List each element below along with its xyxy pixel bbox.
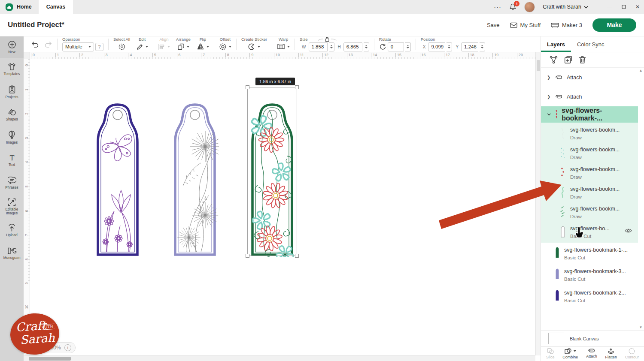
bookmark-design-lavender[interactable]: [171, 87, 219, 257]
sidebar-item-new[interactable]: New: [0, 36, 24, 58]
select-all-button[interactable]: Select All: [110, 37, 133, 51]
operation-help-button[interactable]: ?: [95, 43, 103, 51]
create-sticker-button[interactable]: Create Sticker: [238, 37, 270, 51]
notifications-bell-icon[interactable]: 1: [509, 3, 516, 11]
sidebar-item-upload[interactable]: Upload: [0, 219, 24, 242]
ruler-number: 14: [371, 53, 377, 59]
scrollbar-thumb[interactable]: [537, 60, 540, 71]
blank-canvas-row[interactable]: Blank Canvas: [541, 330, 644, 346]
canvas-color-swatch[interactable]: [548, 333, 564, 344]
sidebar-item-phrases[interactable]: Phrases: [0, 171, 24, 194]
layer-row[interactable]: svg-flowers-bookmark-1-...Basic Cut: [541, 243, 644, 264]
combine-button[interactable]: Combine: [562, 348, 578, 359]
save-button[interactable]: Save: [487, 22, 500, 28]
flatten-button[interactable]: Flatten: [605, 348, 617, 359]
sidebar-item-templates[interactable]: Templates: [0, 58, 24, 81]
tab-canvas[interactable]: Canvas: [39, 0, 73, 14]
tab-color-sync[interactable]: Color Sync: [571, 36, 611, 52]
chevron-down-icon: [88, 46, 91, 48]
layer-group-attach-2[interactable]: ❯ Attach: [541, 87, 644, 106]
layer-thumbnail-lavender-bookmark: [555, 267, 560, 280]
layer-name: svg-flowers-bookm...: [570, 186, 620, 192]
account-name: Craft with Sarah: [543, 4, 581, 10]
x-stepper[interactable]: [447, 42, 452, 51]
minimize-button[interactable]: —: [607, 4, 612, 10]
scroll-up-arrow[interactable]: ▲: [639, 69, 643, 72]
ruler-number: 20: [517, 53, 523, 59]
design-canvas[interactable]: 01234567891011121314151617181920 0123456…: [24, 52, 535, 361]
width-input[interactable]: 1.858: [309, 42, 328, 51]
tab-home[interactable]: Home: [0, 0, 39, 14]
width-stepper[interactable]: [329, 42, 334, 51]
make-button[interactable]: Make: [592, 18, 636, 32]
sidebar-item-text[interactable]: T Text: [0, 149, 24, 171]
layer-name: Attach: [567, 75, 582, 81]
height-stepper[interactable]: [364, 42, 369, 51]
sidebar-item-projects[interactable]: Projects: [0, 81, 24, 103]
attach-button[interactable]: Attach: [586, 348, 597, 358]
close-button[interactable]: ✕: [635, 4, 640, 10]
overflow-menu-icon[interactable]: ...: [494, 3, 502, 10]
maximize-button[interactable]: [622, 5, 626, 9]
account-menu[interactable]: Craft with Sarah: [543, 4, 588, 10]
bookmark-design-green-selected[interactable]: [248, 87, 296, 257]
my-stuff-button[interactable]: My Stuff: [510, 22, 541, 28]
sidebar-item-monogram[interactable]: Monogram: [0, 242, 24, 265]
horizontal-scrollbar[interactable]: [24, 355, 535, 361]
flip-button[interactable]: Flip: [194, 37, 212, 51]
visibility-eye-icon[interactable]: [625, 228, 632, 233]
redo-button[interactable]: [42, 37, 55, 51]
sidebar-item-images[interactable]: Images: [0, 126, 24, 149]
group-icon[interactable]: [550, 56, 558, 64]
chevron-right-icon[interactable]: ❯: [547, 75, 551, 80]
edit-button[interactable]: Edit: [133, 37, 151, 51]
sidebar-item-shapes[interactable]: Shapes: [0, 103, 24, 126]
machine-selector[interactable]: Maker 3: [551, 22, 582, 28]
layer-row[interactable]: svg-flowers-bookmark-3...Basic Cut: [541, 264, 644, 286]
rotate-input[interactable]: 0: [388, 42, 404, 51]
layer-row[interactable]: svg-flowers-bookmark-2...Basic Cut: [541, 286, 644, 307]
tab-layers[interactable]: Layers: [541, 36, 571, 52]
undo-button[interactable]: [28, 37, 42, 51]
slice-button[interactable]: Slice: [546, 348, 555, 359]
account-avatar[interactable]: [524, 2, 535, 12]
sidebar-label: Projects: [6, 95, 18, 99]
arrange-button[interactable]: Arrange: [173, 37, 194, 51]
contour-button[interactable]: Contour: [625, 348, 639, 359]
sticker-icon: [248, 43, 255, 51]
x-input[interactable]: 9.099: [428, 42, 445, 51]
vertical-scrollbar[interactable]: [535, 52, 541, 355]
y-stepper[interactable]: [480, 42, 485, 51]
layer-row[interactable]: svg-flowers-bookm...Draw: [541, 163, 638, 183]
rotate-icon[interactable]: [379, 43, 386, 51]
layer-row[interactable]: svg-flowers-bookm...Draw: [541, 143, 638, 163]
align-button[interactable]: Align: [155, 37, 173, 51]
duplicate-icon[interactable]: [564, 56, 572, 64]
trash-icon[interactable]: [579, 56, 586, 64]
layer-row[interactable]: svg-flowers-bookm...Draw: [541, 183, 638, 202]
chevron-down-icon[interactable]: [547, 113, 551, 116]
chevron-down-icon: [584, 6, 588, 9]
rotate-stepper[interactable]: [405, 42, 411, 51]
bookmark-design-purple[interactable]: [94, 87, 142, 257]
warp-button[interactable]: Warp: [274, 37, 293, 51]
machine-label: Maker 3: [562, 22, 582, 28]
height-label: H: [338, 45, 341, 49]
layers-scrollbar[interactable]: ▲ ▼: [639, 68, 643, 330]
lock-aspect-icon[interactable]: [317, 37, 337, 42]
layer-group-attach-1[interactable]: ❯ Attach: [541, 68, 644, 87]
chevron-right-icon[interactable]: ❯: [547, 94, 551, 99]
height-input[interactable]: 6.865: [343, 42, 362, 51]
offset-button[interactable]: Offset: [216, 37, 234, 51]
y-input[interactable]: 1.246: [461, 42, 478, 51]
slice-label: Slice: [546, 355, 555, 359]
layer-row-hovered[interactable]: svg-flowers-bo...Basic Cut: [541, 222, 638, 242]
zoom-in-button[interactable]: +: [64, 344, 71, 351]
scrollbar-thumb[interactable]: [29, 357, 71, 361]
layer-row[interactable]: svg-flowers-bookm...Draw: [541, 202, 638, 222]
scroll-down-arrow[interactable]: ▼: [639, 325, 643, 329]
operation-select[interactable]: Multiple: [62, 42, 94, 51]
layer-row[interactable]: svg-flowers-bookm...Draw: [541, 123, 638, 143]
layer-group-selected[interactable]: svg-flowers-bookmark-...: [541, 106, 638, 123]
sidebar-item-editable-images[interactable]: Editable Images: [0, 194, 24, 219]
